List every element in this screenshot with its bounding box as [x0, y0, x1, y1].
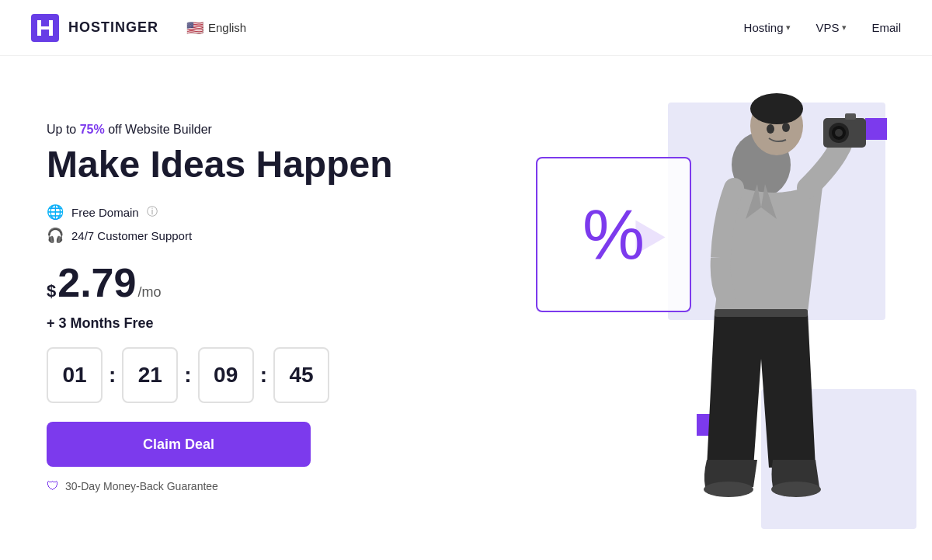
feature-support-label: 24/7 Customer Support: [71, 229, 192, 242]
pricing-block: $ 2.79 /mo: [47, 263, 393, 303]
nav-vps[interactable]: VPS ▾: [816, 21, 847, 34]
hero-headline: Make Ideas Happen: [47, 144, 393, 186]
guarantee-text: 30-Day Money-Back Guarantee: [65, 480, 218, 492]
features-list: 🌐 Free Domain ⓘ 🎧 24/7 Customer Support: [47, 203, 393, 244]
chevron-down-icon: ▾: [786, 23, 791, 33]
price-row: $ 2.79 /mo: [47, 263, 393, 303]
countdown-sep-2: :: [184, 363, 191, 388]
free-months: + 3 Months Free: [47, 315, 393, 332]
info-icon[interactable]: ⓘ: [147, 205, 158, 219]
countdown-seconds: 09: [198, 347, 254, 403]
countdown-minutes: 21: [122, 347, 178, 403]
language-selector[interactable]: 🇺🇸 English: [186, 19, 246, 37]
promo-percent: 75%: [80, 123, 105, 136]
person-illustration: [637, 64, 885, 545]
countdown-sep-3: :: [260, 363, 267, 388]
nav-hosting-label: Hosting: [744, 21, 784, 34]
percent-symbol: %: [582, 200, 645, 270]
hero-illustration: %: [388, 56, 932, 560]
header: HOSTINGER 🇺🇸 English Hosting ▾ VPS ▾ Ema…: [0, 0, 932, 56]
headset-icon: 🎧: [47, 227, 64, 244]
svg-point-5: [767, 124, 774, 134]
guarantee-line: 🛡 30-Day Money-Back Guarantee: [47, 479, 393, 493]
logo-text: HOSTINGER: [68, 19, 158, 36]
svg-point-12: [771, 482, 821, 497]
claim-deal-button[interactable]: Claim Deal: [47, 422, 311, 467]
hostinger-logo-icon: [31, 14, 59, 42]
main-content: Up to 75% off Website Builder Make Ideas…: [0, 56, 932, 560]
person-svg: [637, 64, 885, 545]
svg-point-11: [704, 482, 753, 497]
countdown-sep-1: :: [109, 363, 116, 388]
nav-vps-label: VPS: [816, 21, 839, 34]
nav-email-label: Email: [871, 21, 901, 34]
svg-rect-13: [715, 309, 808, 317]
promo-suffix: off Website Builder: [105, 123, 212, 136]
main-nav: Hosting ▾ VPS ▾ Email: [744, 21, 901, 34]
feature-free-domain: 🌐 Free Domain ⓘ: [47, 203, 393, 221]
price-amount: 2.79: [57, 263, 136, 303]
svg-point-4: [782, 123, 790, 132]
price-dollar: $: [47, 281, 56, 301]
hero-left: Up to 75% off Website Builder Make Ideas…: [47, 123, 393, 494]
flag-icon: 🇺🇸: [186, 19, 203, 37]
countdown-ms: 45: [273, 347, 329, 403]
promo-line: Up to 75% off Website Builder: [47, 123, 393, 137]
shield-icon: 🛡: [47, 479, 59, 493]
language-label: English: [208, 21, 246, 34]
nav-email[interactable]: Email: [871, 21, 901, 34]
countdown-hours: 01: [47, 347, 103, 403]
nav-hosting[interactable]: Hosting ▾: [744, 21, 791, 34]
feature-support: 🎧 24/7 Customer Support: [47, 227, 393, 244]
feature-domain-label: Free Domain: [71, 206, 139, 219]
svg-point-3: [750, 93, 803, 124]
svg-rect-10: [845, 113, 856, 120]
svg-point-9: [835, 129, 843, 137]
price-period: /mo: [137, 284, 161, 301]
countdown-timer: 01 : 21 : 09 : 45: [47, 347, 393, 403]
logo-area[interactable]: HOSTINGER: [31, 14, 158, 42]
globe-icon: 🌐: [47, 203, 64, 221]
promo-prefix: Up to: [47, 123, 80, 136]
chevron-down-icon: ▾: [842, 23, 847, 33]
